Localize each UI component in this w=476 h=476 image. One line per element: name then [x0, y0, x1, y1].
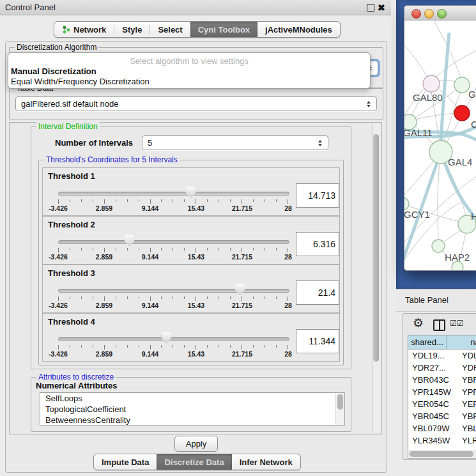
- tab-label: Network: [73, 25, 106, 35]
- node-label: C: [471, 119, 476, 130]
- slider-ticks: [58, 296, 288, 301]
- slider-thumb[interactable]: [162, 332, 171, 344]
- table-row[interactable]: YPR145WYPR1: [408, 386, 476, 398]
- slider-track[interactable]: [58, 337, 289, 341]
- tab-select[interactable]: Select: [150, 22, 190, 37]
- network-window-titlebar[interactable]: [404, 6, 476, 20]
- table-header-row: shared...na: [408, 335, 476, 349]
- close-icon[interactable]: ✖: [378, 1, 385, 14]
- interval-definition-title: Interval Definition: [36, 122, 100, 131]
- threshold-value-field[interactable]: 14.713: [296, 183, 339, 208]
- tab-style[interactable]: Style: [114, 22, 150, 37]
- table-row[interactable]: YBR043CYBR0: [408, 374, 476, 386]
- combo-arrows-icon: [367, 99, 371, 109]
- threshold-label: Threshold 2: [48, 220, 95, 229]
- dropdown-option-equal-width-frequency-discretization[interactable]: Equal Width/Frequency Discretization: [11, 77, 150, 86]
- slider-tick-labels: -3.4262.8599.14415.4321.71528: [58, 350, 288, 358]
- node-table: shared...na YDL19...YDL1YDR27...YDR2YBR0…: [408, 335, 476, 451]
- thresholds-group-title: Threshold's Coordinates for 5 Intervals: [44, 155, 180, 164]
- cell-name: YER0: [459, 399, 476, 409]
- threshold-label: Threshold 1: [48, 171, 95, 181]
- network-node-gal80[interactable]: [423, 75, 440, 92]
- slider-thumb[interactable]: [125, 235, 134, 247]
- minimize-traffic-light-icon[interactable]: [424, 9, 434, 19]
- cell-name: YBR0: [459, 411, 476, 421]
- cell-shared-name: YER054C: [408, 399, 459, 409]
- tab-cyni-toolbox[interactable]: Cyni Toolbox: [190, 22, 257, 37]
- dropdown-option-manual-discretization[interactable]: Manual Discretization: [11, 66, 96, 76]
- tab-label: Discretize Data: [164, 457, 224, 467]
- attribute-list-item[interactable]: BetweennessCentrality: [40, 415, 344, 426]
- threshold-value-field[interactable]: 11.344: [296, 329, 339, 353]
- combo-arrows-icon: [318, 138, 322, 148]
- float-window-icon[interactable]: [367, 4, 374, 12]
- table-row[interactable]: YLR345WYLR3: [408, 434, 476, 447]
- threshold-value-field[interactable]: 21.4: [296, 280, 339, 305]
- columns-icon[interactable]: [433, 319, 445, 331]
- table-panel-titlebar: Table Panel: [396, 289, 476, 312]
- tab-network[interactable]: Network: [54, 22, 114, 37]
- table-row[interactable]: YDR27...YDR2: [408, 362, 476, 374]
- slider-ticks: [58, 345, 288, 349]
- attribute-list-item[interactable]: SelfLoops: [40, 393, 344, 404]
- threshold-label: Threshold 3: [48, 268, 95, 278]
- tab-impute-data[interactable]: Impute Data: [94, 454, 157, 470]
- node-label: GAL11: [404, 127, 433, 138]
- cell-shared-name: YDR27...: [408, 363, 459, 372]
- network-node-hap2[interactable]: [432, 240, 445, 252]
- network-canvas[interactable]: GAL80GACGAL11GAL4GCY1HHAP2: [404, 20, 476, 270]
- slider-tick-labels: -3.4262.8599.14415.4321.71528: [58, 204, 288, 212]
- threshold-value-field[interactable]: 6.316: [296, 232, 339, 256]
- attribute-list-item[interactable]: TopologicalCoefficient: [40, 404, 344, 415]
- slider-track[interactable]: [58, 240, 289, 244]
- table-body: YDL19...YDL1YDR27...YDR2YBR043CYBR0YPR14…: [408, 349, 476, 451]
- gear-icon[interactable]: ⚙: [413, 317, 424, 329]
- apply-button[interactable]: Apply: [174, 436, 218, 452]
- node-label: HAP2: [445, 252, 470, 263]
- scrollbar-thumb[interactable]: [373, 134, 379, 362]
- cell-name: YPR1: [459, 387, 476, 397]
- panel-title: Control Panel: [5, 0, 56, 15]
- slider-thumb[interactable]: [235, 284, 245, 295]
- tab-jactivemnodules[interactable]: jActiveMNodules: [257, 22, 340, 37]
- list-scrollbar-track[interactable]: [335, 393, 344, 425]
- number-of-intervals-label: Number of Intervals: [55, 138, 133, 148]
- column-header-1[interactable]: na: [447, 335, 476, 349]
- table-row[interactable]: YDL19...YDL1: [408, 349, 476, 362]
- tab-discretize-data[interactable]: Discretize Data: [157, 454, 231, 470]
- slider-track[interactable]: [58, 289, 289, 293]
- slider-thumb[interactable]: [186, 187, 196, 198]
- cell-shared-name: YBL079W: [408, 424, 459, 433]
- network-node-ga[interactable]: [454, 77, 470, 93]
- network-node-c[interactable]: [454, 105, 470, 121]
- algorithm-dropdown-popup: Select algorithm to view settingsManual …: [8, 52, 371, 89]
- cell-name: YDR2: [459, 363, 476, 372]
- close-traffic-light-icon[interactable]: [411, 9, 421, 19]
- number-of-intervals-combobox[interactable]: 5: [142, 135, 328, 150]
- threshold-panel: Threshold 2 -3.4262.8599.14415.4321.7152…: [42, 216, 340, 265]
- table-row[interactable]: YER054CYER0: [408, 398, 476, 410]
- zoom-traffic-light-icon[interactable]: [437, 9, 447, 19]
- tab-label: Cyni Toolbox: [198, 25, 250, 35]
- screen: Control Panel ✖ NetworkStyleSelectCyni T…: [0, 0, 476, 476]
- slider-tick-labels: -3.4262.8599.14415.4321.71528: [58, 302, 288, 309]
- cell-name: YDL1: [459, 351, 476, 360]
- cell-name: YBR0: [459, 375, 476, 385]
- list-scrollbar-thumb[interactable]: [337, 394, 343, 410]
- network-view-window[interactable]: GAL80GACGAL11GAL4GCY1HHAP2: [404, 5, 476, 271]
- numerical-attributes-label: Numerical Attributes: [36, 381, 117, 390]
- table-row[interactable]: YBL079WYBL0: [408, 422, 476, 434]
- column-header-0[interactable]: shared...: [408, 335, 447, 349]
- tab-infer-network[interactable]: Infer Network: [232, 454, 300, 470]
- dropdown-hint: Select algorithm to view settings: [8, 56, 370, 66]
- network-node-gcy1[interactable]: [404, 197, 409, 210]
- attributes-list[interactable]: SelfLoopsTopologicalCoefficientBetweenne…: [40, 392, 345, 426]
- table-data-combobox[interactable]: galFiltered.sif default node: [15, 96, 377, 111]
- tab-label: Select: [158, 25, 182, 35]
- table-hscrollbar-thumb[interactable]: [410, 451, 473, 457]
- table-row[interactable]: YBR045CYBR0: [408, 410, 476, 422]
- slider-ticks: [58, 248, 288, 252]
- select-columns-icon[interactable]: ☑☑: [450, 319, 464, 328]
- tab-label: Impute Data: [102, 457, 149, 467]
- slider-track[interactable]: [58, 192, 289, 196]
